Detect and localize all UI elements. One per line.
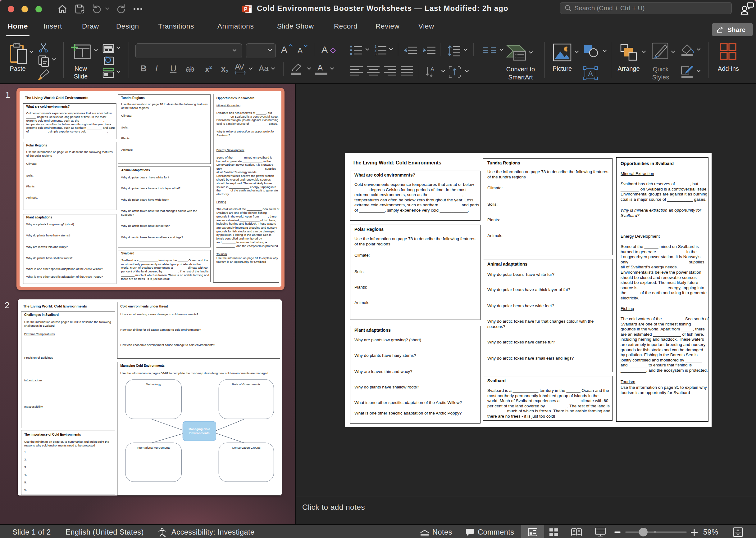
svg-text:2: 2	[375, 48, 376, 52]
svg-text:3: 3	[375, 52, 376, 56]
svg-text:1: 1	[375, 45, 376, 48]
svg-text:P: P	[244, 7, 248, 12]
svg-text:A: A	[588, 70, 593, 77]
svg-text:A: A	[430, 66, 434, 72]
